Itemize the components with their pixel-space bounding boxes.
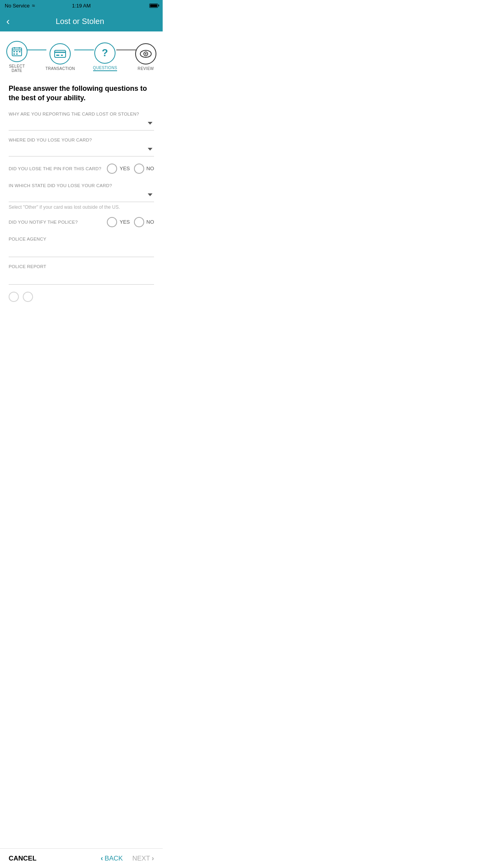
step-label-questions: QUESTIONS: [93, 66, 117, 71]
agency-input[interactable]: [9, 245, 154, 257]
page-title: Lost or Stolen: [16, 17, 144, 26]
where-field: WHERE DID YOU LOSE YOUR CARD?: [9, 138, 154, 156]
pin-yes-radio[interactable]: [107, 164, 117, 174]
state-label: IN WHICH STATE DID YOU LOSE YOUR CARD?: [9, 183, 154, 188]
police-yes-radio[interactable]: [107, 217, 117, 227]
svg-rect-7: [13, 53, 15, 55]
step-circle-review: [135, 43, 156, 64]
step-select-date: SELECT DATE: [6, 41, 28, 73]
extra-yes-radio[interactable]: [9, 292, 19, 302]
svg-rect-4: [13, 51, 15, 52]
pin-options: YES NO: [107, 164, 154, 174]
report-field: POLICE REPORT: [9, 264, 154, 285]
connector-2: [74, 50, 94, 50]
pin-no-option[interactable]: NO: [134, 164, 154, 174]
reason-chevron-icon: [148, 122, 152, 125]
svg-point-16: [145, 53, 147, 55]
back-button[interactable]: ‹: [6, 16, 16, 26]
reason-field: WHY ARE YOU REPORTING THE CARD LOST OR S…: [9, 112, 154, 131]
report-input[interactable]: [9, 272, 154, 285]
battery-container: [149, 4, 158, 8]
progress-steps: SELECT DATE TRANSACTION ? QUESTIONS: [0, 31, 163, 77]
agency-field: POLICE AGENCY: [9, 237, 154, 257]
step-label-transaction: TRANSACTION: [46, 66, 75, 71]
svg-text:?: ?: [102, 48, 108, 59]
header: ‹ Lost or Stolen: [0, 11, 163, 31]
svg-rect-6: [19, 51, 20, 52]
pin-yes-label: YES: [119, 166, 130, 171]
extra-no-option[interactable]: [23, 292, 33, 302]
intro-text: Please answer the following questions to…: [9, 84, 154, 103]
pin-yes-option[interactable]: YES: [107, 164, 130, 174]
no-service-text: No Service: [5, 3, 30, 9]
extra-yes-option[interactable]: [9, 292, 19, 302]
pin-question-label: DID YOU LOSE THE PIN FOR THIS CARD?: [9, 166, 107, 171]
form-content: Please answer the following questions to…: [0, 84, 163, 343]
svg-rect-11: [56, 55, 59, 56]
where-label: WHERE DID YOU LOSE YOUR CARD?: [9, 138, 154, 142]
svg-rect-9: [55, 50, 66, 57]
state-field: IN WHICH STATE DID YOU LOSE YOUR CARD? S…: [9, 183, 154, 210]
agency-label: POLICE AGENCY: [9, 237, 154, 241]
police-options: YES NO: [107, 217, 154, 227]
police-no-option[interactable]: NO: [134, 217, 154, 227]
police-no-radio[interactable]: [134, 217, 144, 227]
police-question-row: DID YOU NOTIFY THE POLICE? YES NO: [9, 217, 154, 230]
reason-label: WHY ARE YOU REPORTING THE CARD LOST OR S…: [9, 112, 154, 116]
battery-icon: [149, 4, 158, 8]
step-label-review: REVIEW: [138, 66, 154, 71]
where-chevron-icon: [148, 148, 152, 151]
extra-options: [9, 292, 33, 302]
where-dropdown[interactable]: [9, 145, 154, 156]
step-circle-questions: ?: [94, 42, 116, 64]
state-dropdown[interactable]: [9, 191, 154, 202]
wifi-icon: ≈: [32, 2, 35, 9]
state-chevron-icon: [148, 193, 152, 196]
time-display: 1:19 AM: [72, 3, 91, 9]
pin-no-radio[interactable]: [134, 164, 144, 174]
step-circle-transaction: [50, 43, 71, 64]
police-question-label: DID YOU NOTIFY THE POLICE?: [9, 220, 107, 224]
step-transaction: TRANSACTION: [46, 43, 75, 71]
svg-rect-12: [61, 55, 63, 56]
status-bar: No Service ≈ 1:19 AM: [0, 0, 163, 11]
police-yes-label: YES: [119, 219, 130, 225]
extra-question-row: [9, 292, 154, 304]
state-hint: Select "Other" if your card was lost out…: [9, 204, 154, 210]
svg-rect-5: [16, 51, 18, 52]
reason-dropdown[interactable]: [9, 120, 154, 131]
police-yes-option[interactable]: YES: [107, 217, 130, 227]
step-label-select-date: SELECT DATE: [6, 64, 28, 73]
step-review: REVIEW: [135, 43, 156, 71]
pin-no-label: NO: [147, 166, 154, 171]
pin-question-row: DID YOU LOSE THE PIN FOR THIS CARD? YES …: [9, 164, 154, 176]
step-circle-select-date: [6, 41, 28, 62]
connector-3: [116, 50, 136, 50]
svg-rect-8: [16, 53, 18, 55]
extra-no-radio[interactable]: [23, 292, 33, 302]
step-questions: ? QUESTIONS: [93, 42, 117, 71]
connector-1: [27, 50, 46, 50]
report-label: POLICE REPORT: [9, 264, 154, 269]
police-no-label: NO: [147, 219, 154, 225]
